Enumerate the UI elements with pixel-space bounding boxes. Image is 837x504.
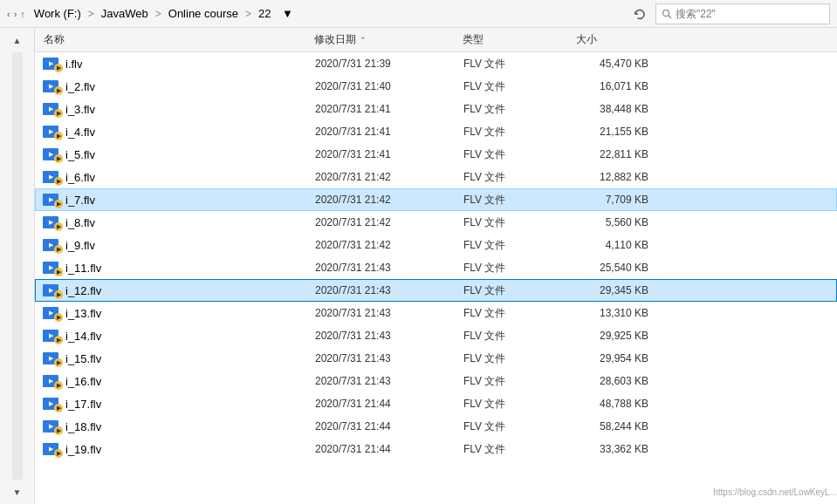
file-name: i_15.flv: [65, 352, 101, 365]
file-type: FLV 文件: [458, 351, 572, 366]
table-row[interactable]: ▶ i_9.flv 2020/7/31 21:42 FLV 文件 4,110 K…: [35, 234, 837, 256]
file-date: 2020/7/31 21:44: [310, 420, 458, 432]
table-row[interactable]: ▶ i_12.flv 2020/7/31 21:43 FLV 文件 29,345…: [35, 279, 837, 302]
table-row[interactable]: ▶ i.flv 2020/7/31 21:39 FLV 文件 45,470 KB: [35, 52, 837, 75]
file-name-cell: ▶ i_5.flv: [39, 146, 310, 162]
file-type-icon: ▶: [43, 56, 60, 72]
col-header-name[interactable]: 名称: [38, 32, 309, 47]
search-box[interactable]: [655, 3, 830, 24]
file-type: FLV 文件: [458, 283, 572, 298]
svg-point-0: [663, 10, 669, 16]
table-row[interactable]: ▶ i_18.flv 2020/7/31 21:44 FLV 文件 58,244…: [35, 415, 837, 438]
file-size: 45,470 KB: [572, 58, 659, 70]
breadcrumb-online-course[interactable]: Online course: [165, 5, 242, 22]
file-type: FLV 文件: [458, 374, 572, 389]
file-type: FLV 文件: [458, 147, 572, 162]
file-name: i_12.flv: [65, 284, 101, 297]
table-row[interactable]: ▶ i_19.flv 2020/7/31 21:44 FLV 文件 33,362…: [35, 438, 837, 460]
file-type: FLV 文件: [458, 125, 572, 140]
file-date: 2020/7/31 21:43: [310, 352, 458, 364]
file-date: 2020/7/31 21:43: [310, 375, 458, 387]
breadcrumb-back-arrow[interactable]: ‹: [7, 9, 10, 19]
file-type-icon: ▶: [43, 146, 60, 162]
breadcrumb-javaweb[interactable]: JavaWeb: [98, 5, 152, 22]
file-list[interactable]: ▶ i.flv 2020/7/31 21:39 FLV 文件 45,470 KB…: [35, 52, 837, 504]
file-type-icon: ▶: [43, 237, 60, 253]
file-size: 33,362 KB: [572, 443, 659, 455]
table-row[interactable]: ▶ i_11.flv 2020/7/31 21:43 FLV 文件 25,540…: [35, 256, 837, 279]
file-type: FLV 文件: [458, 419, 572, 434]
file-size: 21,155 KB: [572, 126, 659, 138]
file-type-icon: ▶: [43, 373, 60, 389]
breadcrumb-dropdown[interactable]: ▼: [278, 4, 297, 24]
table-row[interactable]: ▶ i_14.flv 2020/7/31 21:43 FLV 文件 29,925…: [35, 324, 837, 347]
file-type: FLV 文件: [458, 215, 572, 230]
file-name-cell: ▶ i_19.flv: [39, 441, 310, 457]
file-name-cell: ▶ i_4.flv: [39, 124, 310, 140]
file-name: i_8.flv: [65, 216, 95, 229]
table-row[interactable]: ▶ i_7.flv 2020/7/31 21:42 FLV 文件 7,709 K…: [35, 188, 837, 211]
breadcrumb-forward-arrow[interactable]: ›: [14, 9, 17, 19]
file-name-cell: ▶ i_7.flv: [39, 192, 310, 208]
file-size: 16,071 KB: [572, 80, 659, 92]
file-size: 29,925 KB: [572, 330, 659, 342]
file-name: i_4.flv: [65, 126, 95, 139]
table-row[interactable]: ▶ i_8.flv 2020/7/31 21:42 FLV 文件 5,560 K…: [35, 211, 837, 234]
file-area: 名称 修改日期 ⌃ 类型 大小 ▶ i.flv 2020/7/31 21:39 …: [35, 28, 837, 504]
file-name: i_17.flv: [65, 398, 101, 411]
file-type-icon: ▶: [43, 260, 60, 276]
file-name: i_3.flv: [65, 103, 95, 116]
file-date: 2020/7/31 21:39: [310, 58, 458, 70]
file-type: FLV 文件: [458, 102, 572, 117]
file-date: 2020/7/31 21:44: [310, 443, 458, 455]
file-type: FLV 文件: [458, 57, 572, 72]
file-name: i_18.flv: [65, 420, 101, 433]
file-date: 2020/7/31 21:42: [310, 216, 458, 228]
file-name: i_2.flv: [65, 80, 95, 93]
file-size: 38,448 KB: [572, 103, 659, 115]
file-date: 2020/7/31 21:41: [310, 126, 458, 138]
file-size: 28,603 KB: [572, 375, 659, 387]
file-type-icon: ▶: [43, 396, 60, 412]
file-name: i_16.flv: [65, 375, 101, 388]
title-bar: ‹ › ↑ Work (F:) > JavaWeb > Online cours…: [0, 0, 837, 28]
breadcrumb-work[interactable]: Work (F:): [31, 5, 85, 22]
col-header-type[interactable]: 类型: [457, 32, 571, 47]
file-type-icon: ▶: [43, 215, 60, 230]
table-row[interactable]: ▶ i_4.flv 2020/7/31 21:41 FLV 文件 21,155 …: [35, 120, 837, 143]
file-size: 48,788 KB: [572, 398, 659, 410]
refresh-icon: [634, 8, 646, 20]
sidebar-scroll-down[interactable]: ▼: [4, 483, 31, 501]
file-type-icon: ▶: [43, 283, 60, 298]
file-size: 29,954 KB: [572, 352, 659, 364]
table-row[interactable]: ▶ i_6.flv 2020/7/31 21:42 FLV 文件 12,882 …: [35, 166, 837, 188]
table-row[interactable]: ▶ i_3.flv 2020/7/31 21:41 FLV 文件 38,448 …: [35, 98, 837, 120]
main-container: ▲ ▼ 名称 修改日期 ⌃ 类型 大小 ▶: [0, 28, 837, 504]
table-row[interactable]: ▶ i_15.flv 2020/7/31 21:43 FLV 文件 29,954…: [35, 347, 837, 370]
table-row[interactable]: ▶ i_16.flv 2020/7/31 21:43 FLV 文件 28,603…: [35, 370, 837, 392]
breadcrumb-sep-1: >: [88, 8, 94, 20]
file-type-icon: ▶: [43, 441, 60, 457]
col-header-date[interactable]: 修改日期 ⌃: [309, 32, 457, 47]
file-date: 2020/7/31 21:43: [310, 307, 458, 319]
file-name: i_11.flv: [65, 262, 101, 275]
table-row[interactable]: ▶ i_5.flv 2020/7/31 21:41 FLV 文件 22,811 …: [35, 143, 837, 166]
breadcrumb-up-arrow[interactable]: ↑: [20, 9, 25, 19]
search-input[interactable]: [676, 8, 815, 20]
file-size: 7,709 KB: [572, 194, 659, 206]
sidebar-scroll-up[interactable]: ▲: [4, 31, 31, 49]
file-date: 2020/7/31 21:42: [310, 239, 458, 251]
file-name: i.flv: [65, 58, 83, 71]
breadcrumb-22[interactable]: 22: [255, 5, 274, 22]
table-row[interactable]: ▶ i_17.flv 2020/7/31 21:44 FLV 文件 48,788…: [35, 392, 837, 415]
file-type: FLV 文件: [458, 193, 572, 208]
sidebar: ▲ ▼: [0, 28, 35, 504]
col-header-size[interactable]: 大小: [571, 32, 658, 47]
table-row[interactable]: ▶ i_13.flv 2020/7/31 21:43 FLV 文件 13,310…: [35, 302, 837, 324]
file-type: FLV 文件: [458, 442, 572, 457]
file-date: 2020/7/31 21:42: [310, 171, 458, 183]
refresh-button[interactable]: [628, 2, 652, 26]
col-date-sort-arrow: ⌃: [360, 36, 367, 44]
file-type-icon: ▶: [43, 124, 60, 140]
table-row[interactable]: ▶ i_2.flv 2020/7/31 21:40 FLV 文件 16,071 …: [35, 75, 837, 98]
